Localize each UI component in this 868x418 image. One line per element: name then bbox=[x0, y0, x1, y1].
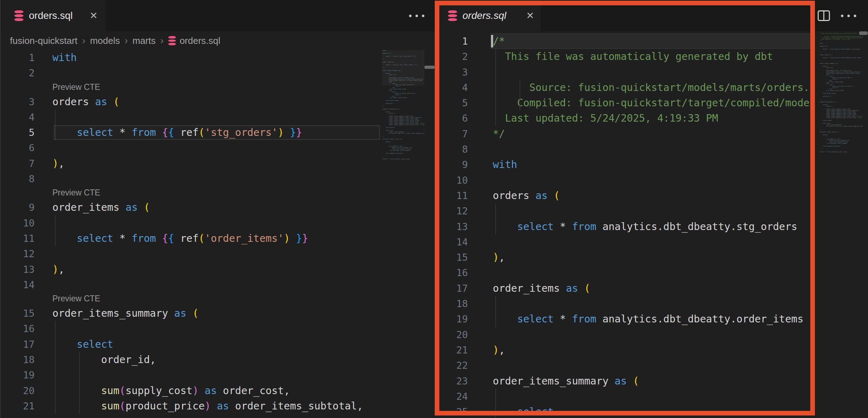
code-line: 17order_items as ( bbox=[439, 281, 810, 296]
code-line: 14 bbox=[439, 234, 810, 250]
window-edge-divider bbox=[0, 0, 1, 418]
editor-actions-right bbox=[817, 0, 856, 31]
code-line: 3 bbox=[439, 65, 810, 80]
editor-right[interactable]: 1/*2 This file was automatically generat… bbox=[439, 31, 868, 418]
breadcrumb: fusion-quickstart›models›marts›orders.sq… bbox=[0, 31, 439, 50]
tab-label: orders.sql bbox=[463, 10, 506, 21]
line-number: 15 bbox=[439, 250, 493, 265]
vscode-window: orders.sql ✕ fusion-quickstart›models›ma… bbox=[0, 0, 868, 418]
line-number: 19 bbox=[439, 311, 493, 327]
database-file-icon bbox=[14, 10, 24, 21]
text-cursor bbox=[491, 35, 493, 47]
editor-actions-left bbox=[409, 0, 424, 31]
code-line: 19 select * from analytics.dbt_dbeatty.o… bbox=[439, 311, 810, 327]
code-line: 9order_items as ( bbox=[0, 200, 382, 215]
code-line: 10 bbox=[439, 173, 810, 188]
code-line: 11 select * from {{ ref('order_items') }… bbox=[0, 231, 382, 246]
line-number: 5 bbox=[0, 125, 52, 140]
line-number: 3 bbox=[0, 94, 52, 109]
line-number: 3 bbox=[439, 65, 493, 80]
code-line: 20 sum(supply_cost) as order_cost, bbox=[0, 383, 382, 398]
line-number: 10 bbox=[0, 215, 52, 231]
line-number: 5 bbox=[439, 95, 493, 111]
line-number: 20 bbox=[0, 383, 52, 398]
line-number: 10 bbox=[439, 173, 493, 188]
code-area-right: 1/*2 This file was automatically generat… bbox=[439, 31, 810, 418]
line-number: 21 bbox=[439, 342, 493, 358]
code-line: 13), bbox=[0, 262, 382, 277]
code-line: 8 bbox=[0, 171, 382, 187]
breadcrumb-item[interactable]: orders.sql bbox=[180, 35, 220, 46]
line-number: 16 bbox=[0, 321, 52, 336]
line-number: 8 bbox=[0, 171, 52, 187]
line-number: 24 bbox=[439, 389, 493, 404]
code-line: 5 select * from {{ ref('stg_orders') }} bbox=[0, 125, 382, 140]
editor-group-left: orders.sql ✕ fusion-quickstart›models›ma… bbox=[0, 0, 439, 418]
close-icon[interactable]: ✕ bbox=[89, 11, 98, 21]
code-line: 4 bbox=[0, 109, 382, 125]
line-number: 18 bbox=[439, 296, 493, 311]
line-number: 20 bbox=[439, 327, 493, 342]
code-line: 11orders as ( bbox=[439, 188, 810, 203]
code-line: 17 select bbox=[0, 337, 382, 352]
codelens-preview-cte: Preview CTE bbox=[0, 292, 382, 306]
line-number: 4 bbox=[439, 80, 493, 95]
line-number: 13 bbox=[0, 262, 52, 277]
code-line: 14 bbox=[0, 277, 382, 292]
breadcrumb-item[interactable]: fusion-quickstart bbox=[10, 35, 77, 46]
line-number: 15 bbox=[0, 306, 52, 321]
split-editor-icon[interactable] bbox=[817, 10, 830, 21]
code-line: 6 Last updated: 5/24/2025, 4:19:33 PM bbox=[439, 111, 810, 126]
code-line: 1/* bbox=[439, 34, 810, 49]
ellipsis-icon[interactable] bbox=[841, 15, 856, 17]
close-icon[interactable]: ✕ bbox=[526, 11, 534, 21]
code-line: 4 Source: fusion-quickstart/models/marts… bbox=[439, 80, 810, 95]
editor-left[interactable]: 1with2Preview CTE3orders as (45 select *… bbox=[0, 50, 439, 418]
breadcrumb-item[interactable]: models bbox=[90, 35, 120, 46]
line-number: 6 bbox=[0, 140, 52, 156]
code-line: 18 bbox=[439, 296, 810, 311]
code-line: 22 bbox=[439, 358, 810, 373]
code-line: 18 order_id, bbox=[0, 352, 382, 367]
code-line: 16 bbox=[439, 265, 810, 280]
codelens-preview-cte: Preview CTE bbox=[0, 187, 382, 200]
tab-bar-right: orders.sql ✕ bbox=[439, 0, 868, 31]
minimap-right[interactable]: /* This file was automatically generated… bbox=[820, 31, 863, 154]
chevron-right-icon: › bbox=[124, 35, 128, 46]
line-number: 9 bbox=[439, 157, 493, 172]
current-line-highlight bbox=[490, 34, 810, 49]
database-file-icon bbox=[168, 36, 176, 45]
code-area-left: 1with2Preview CTE3orders as (45 select *… bbox=[0, 50, 382, 414]
code-line: 6 bbox=[0, 140, 382, 156]
line-number: 9 bbox=[0, 200, 52, 215]
line-number: 6 bbox=[439, 111, 493, 126]
tab-orders-sql-right[interactable]: orders.sql ✕ bbox=[439, 0, 541, 31]
code-line: 23order_items_summary as ( bbox=[439, 373, 810, 389]
ellipsis-icon[interactable] bbox=[409, 15, 424, 17]
code-line: 21 sum(product_price) as order_items_sub… bbox=[0, 398, 382, 414]
line-number: 4 bbox=[0, 109, 52, 125]
code-line: 2 bbox=[0, 65, 382, 81]
line-number: 16 bbox=[439, 265, 493, 280]
line-number: 21 bbox=[0, 398, 52, 414]
code-line: 9with bbox=[439, 157, 810, 172]
tab-label: orders.sql bbox=[29, 10, 73, 21]
line-number: 23 bbox=[439, 373, 493, 389]
current-line-highlight bbox=[54, 125, 380, 140]
scrollbar-thumb-right[interactable] bbox=[859, 31, 868, 35]
line-number: 19 bbox=[0, 367, 52, 383]
line-number: 8 bbox=[439, 142, 493, 157]
code-line: 13 select * from analytics.dbt_dbeatty.s… bbox=[439, 219, 810, 234]
breadcrumb-item[interactable]: marts bbox=[133, 35, 156, 46]
line-number: 1 bbox=[0, 50, 52, 65]
code-line: 16 bbox=[0, 321, 382, 336]
line-number: 18 bbox=[0, 352, 52, 367]
line-number: 12 bbox=[439, 203, 493, 219]
chevron-right-icon: › bbox=[82, 35, 85, 46]
code-line: 24 bbox=[439, 389, 810, 404]
chevron-right-icon: › bbox=[160, 35, 164, 46]
scrollbar-thumb-left[interactable] bbox=[424, 66, 435, 69]
code-line: 10 bbox=[0, 215, 382, 231]
tab-bar-left: orders.sql ✕ bbox=[0, 0, 439, 31]
tab-orders-sql-left[interactable]: orders.sql ✕ bbox=[2, 0, 105, 31]
